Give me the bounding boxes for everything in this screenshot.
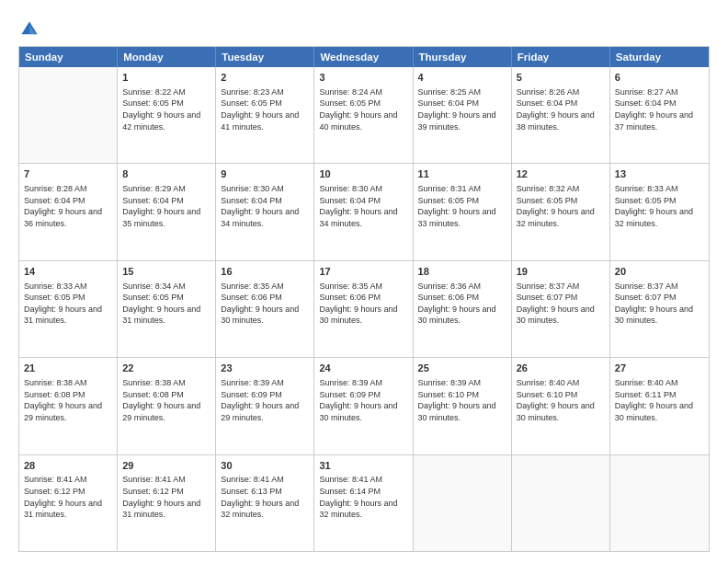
calendar-cell xyxy=(512,455,610,551)
calendar-cell: 17Sunrise: 8:35 AMSunset: 6:06 PMDayligh… xyxy=(314,261,413,357)
day-number: 17 xyxy=(319,265,407,279)
cell-info: Sunrise: 8:41 AMSunset: 6:13 PMDaylight:… xyxy=(221,474,309,520)
calendar-cell: 21Sunrise: 8:38 AMSunset: 6:08 PMDayligh… xyxy=(19,358,118,454)
calendar-header-cell: Sunday xyxy=(19,47,118,67)
day-number: 23 xyxy=(221,362,309,375)
day-number: 5 xyxy=(517,71,605,85)
day-number: 25 xyxy=(418,362,506,375)
day-number: 2 xyxy=(221,71,309,85)
calendar-cell: 9Sunrise: 8:30 AMSunset: 6:04 PMDaylight… xyxy=(216,164,314,259)
day-number: 14 xyxy=(24,265,112,279)
calendar-cell: 26Sunrise: 8:40 AMSunset: 6:10 PMDayligh… xyxy=(512,358,610,454)
cell-info: Sunrise: 8:26 AMSunset: 6:04 PMDaylight:… xyxy=(517,86,605,132)
calendar-cell: 2Sunrise: 8:23 AMSunset: 6:05 PMDaylight… xyxy=(216,67,314,163)
calendar-cell: 12Sunrise: 8:32 AMSunset: 6:05 PMDayligh… xyxy=(512,164,610,259)
calendar-cell: 29Sunrise: 8:41 AMSunset: 6:12 PMDayligh… xyxy=(118,455,216,551)
calendar-cell: 14Sunrise: 8:33 AMSunset: 6:05 PMDayligh… xyxy=(19,261,118,357)
cell-info: Sunrise: 8:41 AMSunset: 6:12 PMDaylight:… xyxy=(24,474,112,520)
cell-info: Sunrise: 8:35 AMSunset: 6:06 PMDaylight:… xyxy=(319,281,407,327)
cell-info: Sunrise: 8:31 AMSunset: 6:05 PMDaylight:… xyxy=(418,183,506,229)
calendar-cell: 31Sunrise: 8:41 AMSunset: 6:14 PMDayligh… xyxy=(314,455,413,551)
calendar-cell: 13Sunrise: 8:33 AMSunset: 6:05 PMDayligh… xyxy=(610,164,709,259)
cell-info: Sunrise: 8:29 AMSunset: 6:04 PMDaylight:… xyxy=(122,183,210,229)
calendar-row: 28Sunrise: 8:41 AMSunset: 6:12 PMDayligh… xyxy=(19,455,709,551)
page: SundayMondayTuesdayWednesdayThursdayFrid… xyxy=(0,0,728,563)
calendar-row: 1Sunrise: 8:22 AMSunset: 6:05 PMDaylight… xyxy=(19,67,709,164)
day-number: 13 xyxy=(615,167,704,181)
day-number: 31 xyxy=(319,459,407,473)
calendar-row: 14Sunrise: 8:33 AMSunset: 6:05 PMDayligh… xyxy=(19,261,709,358)
calendar-header-cell: Wednesday xyxy=(314,47,413,67)
day-number: 12 xyxy=(517,167,605,181)
day-number: 20 xyxy=(615,265,704,279)
cell-info: Sunrise: 8:39 AMSunset: 6:09 PMDaylight:… xyxy=(319,377,407,423)
calendar-header-cell: Monday xyxy=(118,47,216,67)
cell-info: Sunrise: 8:37 AMSunset: 6:07 PMDaylight:… xyxy=(615,281,704,327)
day-number: 3 xyxy=(319,71,407,85)
cell-info: Sunrise: 8:36 AMSunset: 6:06 PMDaylight:… xyxy=(418,281,506,327)
cell-info: Sunrise: 8:32 AMSunset: 6:05 PMDaylight:… xyxy=(517,183,605,229)
cell-info: Sunrise: 8:38 AMSunset: 6:08 PMDaylight:… xyxy=(24,377,112,423)
calendar-row: 21Sunrise: 8:38 AMSunset: 6:08 PMDayligh… xyxy=(19,358,709,454)
calendar-cell: 3Sunrise: 8:24 AMSunset: 6:05 PMDaylight… xyxy=(314,67,413,163)
day-number: 21 xyxy=(24,362,112,375)
day-number: 10 xyxy=(319,167,407,181)
cell-info: Sunrise: 8:30 AMSunset: 6:04 PMDaylight:… xyxy=(221,183,309,229)
cell-info: Sunrise: 8:25 AMSunset: 6:04 PMDaylight:… xyxy=(418,86,506,132)
calendar-cell: 1Sunrise: 8:22 AMSunset: 6:05 PMDaylight… xyxy=(118,67,216,163)
cell-info: Sunrise: 8:39 AMSunset: 6:10 PMDaylight:… xyxy=(418,377,506,423)
calendar-cell: 5Sunrise: 8:26 AMSunset: 6:04 PMDaylight… xyxy=(512,67,610,163)
calendar-cell: 30Sunrise: 8:41 AMSunset: 6:13 PMDayligh… xyxy=(216,455,314,551)
day-number: 9 xyxy=(221,167,309,181)
day-number: 29 xyxy=(122,459,210,473)
cell-info: Sunrise: 8:27 AMSunset: 6:04 PMDaylight:… xyxy=(615,86,704,132)
calendar-header-cell: Thursday xyxy=(414,47,512,67)
day-number: 4 xyxy=(418,71,506,85)
calendar-cell: 27Sunrise: 8:40 AMSunset: 6:11 PMDayligh… xyxy=(610,358,709,454)
cell-info: Sunrise: 8:40 AMSunset: 6:10 PMDaylight:… xyxy=(517,377,605,423)
calendar-cell: 7Sunrise: 8:28 AMSunset: 6:04 PMDaylight… xyxy=(19,164,118,259)
day-number: 27 xyxy=(615,362,704,375)
day-number: 30 xyxy=(221,459,309,473)
calendar-cell: 23Sunrise: 8:39 AMSunset: 6:09 PMDayligh… xyxy=(216,358,314,454)
logo xyxy=(18,18,44,40)
calendar-cell: 19Sunrise: 8:37 AMSunset: 6:07 PMDayligh… xyxy=(512,261,610,357)
logo-icon xyxy=(18,18,40,40)
calendar-cell xyxy=(19,67,118,163)
day-number: 22 xyxy=(122,362,210,375)
calendar-cell: 28Sunrise: 8:41 AMSunset: 6:12 PMDayligh… xyxy=(19,455,118,551)
calendar-row: 7Sunrise: 8:28 AMSunset: 6:04 PMDaylight… xyxy=(19,164,709,260)
cell-info: Sunrise: 8:33 AMSunset: 6:05 PMDaylight:… xyxy=(24,281,112,327)
cell-info: Sunrise: 8:41 AMSunset: 6:12 PMDaylight:… xyxy=(122,474,210,520)
calendar-header-cell: Tuesday xyxy=(216,47,314,67)
day-number: 6 xyxy=(615,71,704,85)
cell-info: Sunrise: 8:39 AMSunset: 6:09 PMDaylight:… xyxy=(221,377,309,423)
day-number: 15 xyxy=(122,265,210,279)
calendar-header: SundayMondayTuesdayWednesdayThursdayFrid… xyxy=(19,47,709,67)
day-number: 28 xyxy=(24,459,112,473)
cell-info: Sunrise: 8:28 AMSunset: 6:04 PMDaylight:… xyxy=(24,183,112,229)
day-number: 18 xyxy=(418,265,506,279)
day-number: 7 xyxy=(24,167,112,181)
cell-info: Sunrise: 8:38 AMSunset: 6:08 PMDaylight:… xyxy=(122,377,210,423)
day-number: 19 xyxy=(517,265,605,279)
cell-info: Sunrise: 8:30 AMSunset: 6:04 PMDaylight:… xyxy=(319,183,407,229)
calendar-header-cell: Saturday xyxy=(610,47,709,67)
day-number: 16 xyxy=(221,265,309,279)
cell-info: Sunrise: 8:35 AMSunset: 6:06 PMDaylight:… xyxy=(221,281,309,327)
calendar-cell: 4Sunrise: 8:25 AMSunset: 6:04 PMDaylight… xyxy=(414,67,512,163)
cell-info: Sunrise: 8:24 AMSunset: 6:05 PMDaylight:… xyxy=(319,86,407,132)
cell-info: Sunrise: 8:33 AMSunset: 6:05 PMDaylight:… xyxy=(615,183,704,229)
calendar: SundayMondayTuesdayWednesdayThursdayFrid… xyxy=(18,46,710,552)
calendar-cell xyxy=(414,455,512,551)
calendar-cell: 25Sunrise: 8:39 AMSunset: 6:10 PMDayligh… xyxy=(414,358,512,454)
calendar-cell: 11Sunrise: 8:31 AMSunset: 6:05 PMDayligh… xyxy=(414,164,512,259)
cell-info: Sunrise: 8:37 AMSunset: 6:07 PMDaylight:… xyxy=(517,281,605,327)
calendar-cell: 20Sunrise: 8:37 AMSunset: 6:07 PMDayligh… xyxy=(610,261,709,357)
calendar-cell: 24Sunrise: 8:39 AMSunset: 6:09 PMDayligh… xyxy=(314,358,413,454)
day-number: 1 xyxy=(122,71,210,85)
calendar-cell: 10Sunrise: 8:30 AMSunset: 6:04 PMDayligh… xyxy=(314,164,413,259)
cell-info: Sunrise: 8:34 AMSunset: 6:05 PMDaylight:… xyxy=(122,281,210,327)
cell-info: Sunrise: 8:22 AMSunset: 6:05 PMDaylight:… xyxy=(122,86,210,132)
day-number: 8 xyxy=(122,167,210,181)
